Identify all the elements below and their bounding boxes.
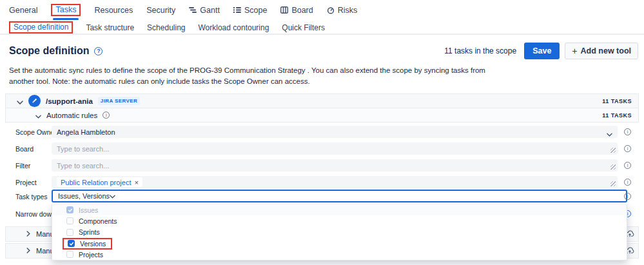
tab-tasks[interactable]: Tasks — [51, 4, 81, 16]
option-label: Components — [79, 217, 117, 225]
subtab-scheduling[interactable]: Scheduling — [147, 23, 185, 32]
chevron-down-icon — [110, 192, 115, 200]
page-header: Scope definition ? 11 tasks in the scope… — [0, 35, 644, 59]
chevron-down-icon[interactable] — [35, 110, 41, 121]
chevron-down-icon — [607, 130, 612, 138]
jira-logo-icon — [28, 95, 41, 107]
resize-handle[interactable] — [610, 164, 616, 170]
page-title: Scope definition — [9, 45, 89, 57]
description-line-1: Set the automatic sync rules to define t… — [9, 65, 635, 76]
filter-search-input[interactable]: Type to search... — [52, 159, 618, 172]
tab-board-label: Board — [291, 6, 313, 15]
board-icon — [280, 6, 288, 14]
dropdown-option-issues: Issues — [52, 204, 627, 215]
risks-icon — [327, 6, 335, 14]
subtab-quick-filters[interactable]: Quick Filters — [282, 23, 325, 32]
annotation-box-tasks: Tasks — [51, 4, 81, 16]
tab-security[interactable]: Security — [146, 6, 175, 15]
board-label: Board — [15, 145, 34, 153]
subtab-scope-definition[interactable]: Scope definition — [9, 21, 73, 34]
active-tab-underline — [53, 18, 79, 20]
tab-resources[interactable]: Resources — [94, 6, 133, 15]
connection-row[interactable]: /support-ania JIRA SERVER 11 TASKS — [5, 93, 639, 108]
info-icon[interactable]: i — [102, 112, 110, 119]
project-row: Project Public Relation project × i — [5, 176, 639, 189]
info-icon[interactable]: i — [624, 162, 631, 169]
tab-general[interactable]: General — [9, 6, 37, 15]
dropdown-option-projects[interactable]: Projects — [52, 249, 627, 260]
dropdown-option-components[interactable]: Components — [52, 215, 627, 226]
connection-name: /support-ania — [46, 97, 93, 105]
filter-row: Filter Type to search... i — [5, 159, 639, 172]
board-placeholder: Type to search... — [57, 145, 109, 153]
tab-risks[interactable]: Risks — [327, 6, 358, 15]
filter-placeholder: Type to search... — [57, 162, 109, 170]
project-label: Project — [15, 179, 37, 186]
annotation-box-versions: Versions — [63, 238, 112, 250]
scope-description: Set the automatic sync rules to define t… — [0, 59, 644, 88]
help-icon[interactable]: ? — [94, 47, 102, 55]
info-icon[interactable]: i — [624, 128, 631, 135]
jira-server-badge: JIRA SERVER — [98, 97, 140, 105]
checkbox-checked-disabled — [66, 206, 73, 213]
chevron-right-icon[interactable] — [26, 247, 30, 255]
resize-handle[interactable] — [610, 181, 616, 186]
dropdown-option-sprints[interactable]: Sprints — [52, 227, 627, 238]
sync-tool-panel: /support-ania JIRA SERVER 11 TASKS Autom… — [5, 93, 639, 265]
automatic-rules-label: Automatic rules — [46, 112, 97, 119]
info-icon[interactable]: i — [624, 179, 631, 186]
subtab-workload-contouring[interactable]: Workload contouring — [199, 23, 269, 32]
board-row: Board Type to search... i — [5, 142, 639, 155]
sub-nav: Scope definition Task structure Scheduli… — [0, 15, 644, 35]
project-field[interactable]: Public Relation project × — [52, 176, 618, 188]
scope-owner-label: Scope Owner — [15, 128, 57, 136]
option-label: Versions — [80, 240, 106, 248]
scope-owner-row: Scope Owner Angela Hambleton i — [5, 126, 639, 139]
option-label: Issues — [79, 206, 98, 214]
scope-owner-select[interactable]: Angela Hambleton — [52, 126, 618, 138]
save-button[interactable]: Save — [524, 43, 560, 59]
option-label: Projects — [79, 251, 103, 259]
info-icon[interactable]: i — [624, 193, 631, 200]
checkbox-checked[interactable] — [68, 240, 75, 247]
tab-risks-label: Risks — [338, 6, 358, 15]
description-line-2: another tool. Note: the automatic rules … — [9, 76, 635, 87]
scope-owner-value: Angela Hambleton — [57, 128, 115, 136]
checkbox-unchecked[interactable] — [66, 251, 73, 258]
tab-scope-label: Scope — [244, 6, 267, 15]
checkbox-unchecked[interactable] — [66, 229, 73, 236]
task-types-select[interactable]: Issues, Versions — [52, 190, 627, 202]
filter-label: Filter — [15, 162, 30, 170]
scope-icon — [233, 6, 241, 14]
tasks-in-scope-count: 11 tasks in the scope — [444, 46, 516, 55]
rules-tasks-count: 11 TASKS — [602, 112, 632, 119]
add-new-tool-button[interactable]: + Add new tool — [565, 43, 638, 59]
add-new-tool-label: Add new tool — [581, 46, 631, 55]
narrow-down-label: Narrow down — [15, 210, 55, 218]
tab-gantt[interactable]: Gantt — [189, 6, 220, 15]
resize-handle[interactable] — [610, 148, 616, 153]
subtab-task-structure[interactable]: Task structure — [86, 23, 134, 32]
chevron-down-icon[interactable] — [17, 95, 23, 107]
task-types-label: Task types — [15, 193, 48, 201]
plus-icon: + — [572, 46, 577, 55]
task-types-value: Issues, Versions — [58, 192, 110, 200]
tab-board[interactable]: Board — [280, 6, 313, 15]
project-chip-label: Public Relation project — [61, 179, 131, 186]
project-chip[interactable]: Public Relation project × — [57, 177, 142, 187]
tab-gantt-label: Gantt — [200, 6, 220, 15]
chevron-right-icon[interactable] — [26, 230, 30, 238]
dropdown-option-versions[interactable]: Versions — [52, 238, 627, 249]
chip-remove-icon[interactable]: × — [134, 179, 138, 186]
info-icon[interactable]: i — [624, 145, 631, 152]
task-types-dropdown: Issues Components Sprints Versions — [52, 204, 627, 260]
gantt-icon — [189, 6, 197, 14]
annotation-box-scope-definition: Scope definition — [9, 21, 73, 34]
automatic-rules-row[interactable]: Automatic rules i 11 TASKS — [5, 108, 639, 123]
checkbox-unchecked[interactable] — [66, 217, 73, 224]
tab-scope[interactable]: Scope — [233, 6, 267, 15]
top-nav: General Tasks Resources Security Gantt S… — [0, 0, 644, 15]
option-label: Sprints — [79, 228, 100, 236]
connection-tasks-count: 11 TASKS — [602, 98, 632, 104]
board-search-input[interactable]: Type to search... — [52, 142, 618, 155]
